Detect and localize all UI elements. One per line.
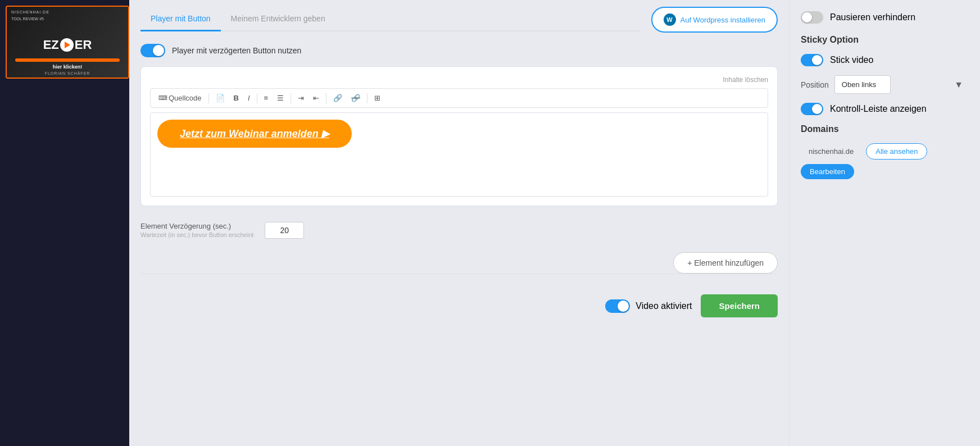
editor-box: Inhalte löschen ⌨ Quellcode 📄 B I: [140, 66, 778, 206]
right-sidebar: Pausieren verhindern Sticky Option Stick…: [789, 0, 980, 446]
pausieren-toggle-knob: [802, 12, 812, 22]
domains-title: Domains: [801, 124, 969, 134]
kontroll-toggle[interactable]: [801, 103, 823, 115]
sticky-option-title: Sticky Option: [801, 35, 969, 45]
left-panel: NISCHENHAI.DE TOOL REVIEW #5 EZ ER hier …: [0, 0, 129, 446]
thumbnail-progress-bar: [15, 58, 120, 62]
add-element-button[interactable]: + Element hinzufügen: [673, 252, 778, 274]
toolbar-separator-5: [367, 93, 368, 103]
delay-label: Element Verzögerung (sec.): [140, 222, 253, 230]
stick-video-toggle-knob: [812, 55, 822, 65]
toolbar-separator-3: [291, 93, 291, 103]
wordpress-logo-icon: W: [664, 13, 676, 26]
toggle-row: Player mit verzögerten Button nutzen: [140, 44, 778, 57]
pausieren-toggle[interactable]: [801, 11, 823, 24]
stick-video-row: Stick video: [801, 54, 969, 66]
thumbnail-tool-review: TOOL REVIEW #5: [11, 17, 44, 21]
link-icon: 🔗: [333, 94, 342, 102]
wordpress-install-button[interactable]: W Auf Wordpress installieren: [651, 7, 778, 33]
outdent-button[interactable]: ⇤: [310, 92, 323, 104]
video-aktiviert-toggle[interactable]: [605, 299, 630, 313]
alle-ansehen-button[interactable]: Alle ansehen: [866, 143, 927, 160]
ul-icon: ☰: [277, 94, 284, 102]
speichern-button[interactable]: Speichern: [701, 294, 778, 317]
ordered-list-button[interactable]: ≡: [261, 92, 272, 104]
toolbar-separator-1: [208, 93, 209, 103]
ol-icon: ≡: [264, 94, 269, 102]
play-triangle: [65, 42, 70, 48]
indent-button[interactable]: ⇥: [294, 92, 307, 104]
play-icon[interactable]: [60, 38, 74, 52]
divider: [140, 274, 778, 274]
position-label: Position: [801, 80, 829, 89]
editor-content-area[interactable]: Jetzt zum Webinar anmelden ▶: [150, 112, 768, 197]
toolbar-separator-4: [326, 93, 326, 103]
thumbnail-title: EZ ER: [43, 38, 92, 52]
video-thumbnail[interactable]: NISCHENHAI.DE TOOL REVIEW #5 EZ ER hier …: [6, 6, 129, 79]
toggle-label: Player mit verzögerten Button nutzen: [172, 46, 301, 55]
editor-toolbar: ⌨ Quellcode 📄 B I ≡ ☰: [150, 88, 768, 108]
inhalte-loschen-button[interactable]: Inhalte löschen: [150, 76, 768, 84]
delay-sublabel: Wartezeit (in sec.) bevor Button erschei…: [140, 231, 253, 238]
bottom-bar: Video aktiviert Speichern: [140, 285, 778, 317]
unlink-button[interactable]: 🔗: [348, 92, 364, 104]
thumbnail-top-text: NISCHENHAI.DE: [11, 10, 49, 14]
thumbnail-bar-text: hier klicken!: [7, 64, 128, 70]
italic-button[interactable]: I: [244, 92, 253, 104]
stick-video-toggle[interactable]: [801, 54, 823, 66]
video-aktiviert-row: Video aktiviert: [605, 299, 692, 313]
select-arrow-icon: ▼: [954, 80, 963, 90]
title-right: ER: [75, 38, 92, 52]
bearbeiten-button[interactable]: Bearbeiten: [801, 164, 854, 179]
domains-row: nischenhai.de Alle ansehen Bearbeiten: [801, 143, 969, 179]
tab-player-mit-button[interactable]: Player mit Button: [140, 8, 221, 31]
document-icon: 📄: [216, 94, 225, 102]
cta-button[interactable]: Jetzt zum Webinar anmelden ▶: [157, 120, 352, 148]
thumbnail-bottom-text: FLORIAN SCHÄFER: [7, 71, 128, 75]
stick-video-label: Stick video: [830, 55, 873, 65]
link-button[interactable]: 🔗: [330, 92, 346, 104]
toolbar-separator-2: [257, 93, 257, 103]
delay-input[interactable]: [265, 222, 304, 239]
title-left: EZ: [43, 38, 59, 52]
toggle-knob: [153, 45, 164, 56]
content-area: Player mit verzögerten Button nutzen Inh…: [140, 44, 778, 317]
bold-button[interactable]: B: [230, 92, 242, 104]
code-icon: ⌨: [158, 94, 167, 102]
kontroll-row: Kontroll-Leiste anzeigen: [801, 103, 969, 115]
delay-label-group: Element Verzögerung (sec.) Wartezeit (in…: [140, 222, 253, 238]
table-button[interactable]: ⊞: [371, 92, 384, 104]
player-button-toggle[interactable]: [140, 44, 165, 57]
top-bar: Player mit Button Meinem Entwicklern geb…: [140, 0, 778, 33]
position-select-wrapper: Oben links Oben rechts Unten links Unten…: [834, 75, 969, 94]
video-aktiviert-label: Video aktiviert: [636, 301, 692, 311]
outdent-icon: ⇤: [313, 94, 319, 102]
document-button[interactable]: 📄: [212, 92, 228, 104]
indent-icon: ⇥: [298, 94, 304, 102]
delay-row: Element Verzögerung (sec.) Wartezeit (in…: [140, 215, 778, 245]
table-icon: ⊞: [374, 94, 380, 102]
kontroll-toggle-knob: [812, 104, 822, 114]
pausieren-label: Pausieren verhindern: [830, 12, 915, 22]
position-row: Position Oben links Oben rechts Unten li…: [801, 75, 969, 94]
position-select[interactable]: Oben links Oben rechts Unten links Unten…: [834, 75, 891, 94]
tab-entwicklern-geben[interactable]: Meinem Entwicklern geben: [221, 8, 335, 31]
video-aktiviert-toggle-knob: [618, 301, 629, 312]
domain-tag: nischenhai.de: [801, 144, 861, 159]
main-content: Player mit Button Meinem Entwicklern geb…: [129, 0, 789, 446]
kontroll-label: Kontroll-Leiste anzeigen: [830, 104, 927, 114]
tab-row: Player mit Button Meinem Entwicklern geb…: [140, 8, 640, 31]
pausieren-row: Pausieren verhindern: [801, 11, 969, 24]
unlink-icon: 🔗: [351, 94, 360, 102]
quellcode-button[interactable]: ⌨ Quellcode: [155, 92, 205, 104]
unordered-list-button[interactable]: ☰: [274, 92, 287, 104]
